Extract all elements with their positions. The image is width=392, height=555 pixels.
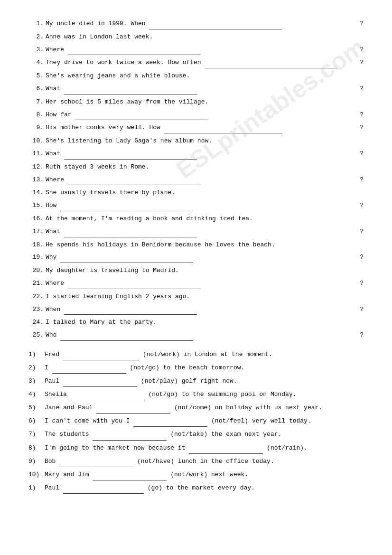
exercise-item: 2.Anne was in London last week. [28,32,364,42]
item-number: 7. [28,97,44,107]
item-text: At the moment, I'm reading a book and dr… [46,214,364,224]
item-number: 9) [28,456,43,467]
fill-blank[interactable] [52,363,126,374]
item-text: What [46,84,358,94]
fill-blank[interactable] [68,175,201,186]
item-number: 11. [28,149,44,159]
fill-blank[interactable] [96,403,170,414]
item-number: 14. [28,188,44,198]
question-mark: ? [360,253,364,263]
item-number: 3. [28,45,44,55]
item-number: 9. [28,123,44,133]
item-number: 10) [28,470,43,480]
item-text: Where [46,279,358,289]
fill-blank[interactable] [75,110,208,121]
item-number: 8) [28,443,43,453]
item-number: 6) [28,416,43,426]
fill-blank[interactable] [60,201,193,211]
exercise-item: 18.He spends his holidays in Benidorm be… [28,240,364,250]
item-text: What [46,227,358,237]
question-mark: ? [360,58,364,68]
fill-blank[interactable] [149,19,282,29]
item-number: 7) [28,429,43,440]
fill-item: 1)Fred (not/work) in London at the momen… [28,349,364,360]
fill-blank[interactable] [68,45,201,56]
fill-blank[interactable] [64,84,197,94]
item-number: 19. [28,253,44,263]
item-text: They drive to work twice a week. How oft… [46,58,358,68]
fill-sentence: Sheila (not/go) to the swimming pool on … [45,389,364,400]
exercise-item: 6.What ? [28,84,364,94]
item-number: 24. [28,318,44,328]
fill-item: 7)The students (not/take) the exam next … [28,429,364,440]
item-number: 20. [28,266,44,276]
question-mark: ? [360,305,364,315]
fill-blank[interactable] [63,483,144,494]
exercise-item: 19.Why ? [28,253,364,263]
fill-sentence: I'm going to the market now because it (… [45,443,364,454]
question-mark: ? [360,279,364,289]
fill-blank[interactable] [189,443,263,454]
item-text: She usually travels there by plane. [46,188,364,198]
question-mark: ? [360,45,364,55]
item-text: My daughter is travelling to Madrid. [46,266,364,276]
fill-sentence: Bob (not/have) lunch in the office today… [45,456,364,467]
exercise-item: 11.What ? [28,149,364,160]
exercise-item: 15.How ? [28,201,364,211]
exercise-item: 4.They drive to work twice a week. How o… [28,58,364,68]
fill-blank[interactable] [64,149,197,160]
item-number: 5. [28,71,44,81]
item-text: He spends his holidays in Benidorm becau… [46,240,364,250]
item-number: 23. [28,305,44,315]
item-text: Where [46,45,358,56]
fill-blank[interactable] [63,376,137,387]
exercise-item: 7.Her school is 5 miles away from the vi… [28,97,364,107]
item-number: 25. [28,330,44,340]
item-number: 1) [28,349,43,360]
fill-sentence: Mary and Jim (not/work) next week. [45,470,364,480]
question-mark: ? [360,330,364,340]
fill-item: 5)Jane and Paul (not/come) on holiday wi… [28,403,364,414]
fill-blank[interactable] [205,58,337,68]
fill-item: 2)I (not/go) to the beach tomorrow. [28,363,364,374]
item-text: What [46,149,358,160]
item-number: 10. [28,136,44,146]
fill-blank[interactable] [64,227,197,237]
fill-item: 1)Paul (go) to the market every day. [28,483,364,494]
exercise-item: 1.My uncle died in 1990. When ? [28,19,364,29]
fill-blank[interactable] [71,389,145,400]
fill-blank[interactable] [63,349,139,360]
question-mark: ? [360,201,364,211]
fill-item: 4)Sheila (not/go) to the swimming pool o… [28,389,364,400]
item-text: She's wearing jeans and a white blouse. [46,71,364,81]
exercise-item: 10.She's listening to Lady Gaga's new al… [28,136,364,146]
fill-blank[interactable] [93,470,167,480]
fill-blank[interactable] [60,253,193,263]
item-text: His mother cooks very well. How [46,123,358,133]
fill-blank[interactable] [93,429,167,440]
fill-sentence: Paul (not/play) golf right now. [45,376,364,387]
fill-blank[interactable] [68,279,201,289]
fill-blank[interactable] [164,123,283,133]
exercise-item: 21.Where ? [28,279,364,289]
exercise-item: 5.She's wearing jeans and a white blouse… [28,71,364,81]
fill-item: 3)Paul (not/play) golf right now. [28,376,364,387]
item-text: Who [46,330,358,341]
exercise-item: 3.Where ? [28,45,364,56]
exercise-item: 8.How far ? [28,110,364,121]
item-number: 2) [28,363,43,373]
fill-blank[interactable] [64,305,197,315]
fill-blank[interactable] [60,330,193,341]
item-text: Where [46,175,358,186]
item-number: 5) [28,403,43,413]
item-text: My uncle died in 1990. When [46,19,358,29]
exercise-item: 14.She usually travels there by plane. [28,188,364,198]
fill-blank[interactable] [59,456,133,467]
exercise-item: 24.I talked to Mary at the party. [28,318,364,328]
fill-blank[interactable] [133,416,207,427]
item-number: 1. [28,19,44,29]
fill-sentence: I can't come with you I (not/feel) very … [45,416,364,427]
question-mark: ? [360,175,364,185]
item-text: I started learning English 2 years ago. [46,292,364,302]
item-text: Ruth stayed 3 weeks in Rome. [46,162,364,172]
